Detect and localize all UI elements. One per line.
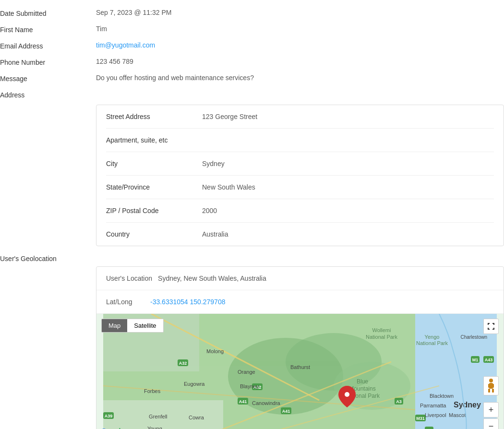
date-submitted-value: Sep 7, 2023 @ 11:32 PM (96, 9, 504, 16)
map-type-map-button[interactable]: Map (102, 319, 127, 332)
country-label: Country (106, 230, 202, 238)
message-row: Message Do you offer hosting and web mai… (0, 70, 504, 86)
svg-text:Wollemi: Wollemi (372, 327, 391, 333)
geolocation-label: User's Geolocation (0, 254, 96, 262)
message-label: Message (0, 74, 96, 83)
svg-text:National Park: National Park (366, 334, 398, 340)
lat-long-value: -33.6331054 150.279708 (150, 298, 225, 306)
city-label: City (106, 160, 202, 167)
svg-rect-61 (492, 384, 494, 388)
svg-text:Bathurst: Bathurst (290, 364, 310, 370)
svg-text:Grenfell: Grenfell (149, 414, 168, 419)
email-address-label: Email Address (0, 41, 96, 50)
street-address-row: Street Address 123 George Street (106, 105, 494, 129)
google-logo: Google (101, 427, 124, 429)
geolocation-label-row: User's Geolocation (0, 250, 504, 266)
first-name-label: First Name (0, 25, 96, 34)
first-name-value: Tim (96, 25, 504, 33)
svg-text:A41: A41 (282, 409, 290, 414)
email-address-row: Email Address tim@yugotmail.com (0, 37, 504, 54)
email-address-value[interactable]: tim@yugotmail.com (96, 41, 504, 49)
street-address-label: Street Address (106, 113, 202, 120)
svg-text:Cowra: Cowra (189, 415, 204, 420)
svg-text:National Park: National Park (416, 340, 448, 346)
state-province-row: State/Province New South Wales (106, 176, 494, 199)
svg-point-55 (345, 392, 349, 397)
user-location-row: User's Location Sydney, New South Wales,… (96, 267, 504, 290)
date-submitted-label: Date Submitted (0, 9, 96, 17)
svg-text:Liverpool: Liverpool (425, 412, 446, 418)
svg-text:Eugowra: Eugowra (184, 381, 205, 387)
svg-text:Blue: Blue (357, 378, 368, 385)
svg-text:Young: Young (147, 426, 162, 429)
pegman-icon (486, 378, 496, 393)
phone-number-label: Phone Number (0, 58, 96, 66)
phone-number-row: Phone Number 123 456 789 (0, 54, 504, 70)
svg-text:M31: M31 (416, 416, 425, 421)
apartment-label: Apartment, suite, etc (106, 136, 202, 144)
state-province-value: New South Wales (202, 183, 494, 191)
svg-text:Parramatta: Parramatta (420, 403, 446, 408)
zip-code-label: ZIP / Postal Code (106, 207, 202, 214)
svg-point-56 (489, 379, 493, 382)
geolocation-section: User's Geolocation User's Location Sydne… (0, 250, 504, 429)
country-row: Country Australia (106, 223, 494, 246)
zip-code-value: 2000 (202, 207, 494, 214)
address-label: Address (0, 90, 96, 99)
svg-text:A43: A43 (485, 358, 493, 362)
svg-text:Blayney: Blayney (240, 383, 259, 389)
first-name-row: First Name Tim (0, 21, 504, 37)
address-box: Street Address 123 George Street Apartme… (96, 105, 504, 246)
map-type-controls[interactable]: Map Satellite (101, 319, 164, 333)
country-value: Australia (202, 230, 494, 238)
geolocation-box: User's Location Sydney, New South Wales,… (96, 266, 504, 429)
map-fullscreen-button[interactable] (483, 319, 499, 334)
svg-text:Molong: Molong (206, 348, 224, 354)
message-value: Do you offer hosting and web maintenance… (96, 74, 504, 82)
apartment-row: Apartment, suite, etc (106, 129, 494, 152)
svg-text:Blacktown: Blacktown (430, 393, 454, 399)
zoom-in-button[interactable]: + (483, 402, 499, 417)
svg-text:A3: A3 (396, 399, 402, 404)
date-submitted-row: Date Submitted Sep 7, 2023 @ 11:32 PM (0, 5, 504, 21)
user-location-value: Sydney, New South Wales, Australia (158, 274, 266, 282)
svg-text:A41: A41 (239, 399, 247, 404)
svg-text:Forbes: Forbes (144, 388, 161, 394)
svg-text:Mascot: Mascot (449, 412, 466, 418)
svg-text:A32: A32 (179, 361, 187, 366)
svg-rect-58 (488, 389, 490, 393)
fullscreen-icon (487, 322, 495, 330)
map-type-satellite-button[interactable]: Satellite (127, 319, 163, 332)
lat-long-row: Lat/Long -33.6331054 150.279708 (96, 290, 504, 314)
pegman-button[interactable] (483, 376, 499, 395)
svg-text:Charlestown: Charlestown (460, 334, 487, 340)
map-container[interactable]: A32 A32 A41 A41 A39 A3 M31 M1 Forbes Eug… (96, 314, 504, 429)
svg-rect-60 (488, 384, 490, 388)
address-row: Address (0, 86, 504, 103)
svg-text:A39: A39 (105, 414, 113, 418)
svg-text:Yengo: Yengo (425, 334, 440, 340)
svg-text:Orange: Orange (238, 369, 255, 375)
svg-text:Sydney: Sydney (454, 401, 481, 409)
lat-long-label: Lat/Long (106, 298, 144, 306)
map-zoom-controls[interactable]: + − (483, 402, 499, 429)
city-value: Sydney (202, 160, 494, 167)
city-row: City Sydney (106, 152, 494, 176)
user-location-label: User's Location (106, 274, 152, 282)
zoom-out-button[interactable]: − (483, 418, 499, 429)
svg-text:Canowindra: Canowindra (252, 400, 281, 406)
svg-text:M1: M1 (472, 358, 479, 362)
zip-code-row: ZIP / Postal Code 2000 (106, 199, 494, 223)
phone-number-value: 123 456 789 (96, 58, 504, 65)
street-address-value: 123 George Street (202, 113, 494, 120)
state-province-label: State/Province (106, 183, 202, 191)
svg-rect-59 (492, 389, 494, 393)
